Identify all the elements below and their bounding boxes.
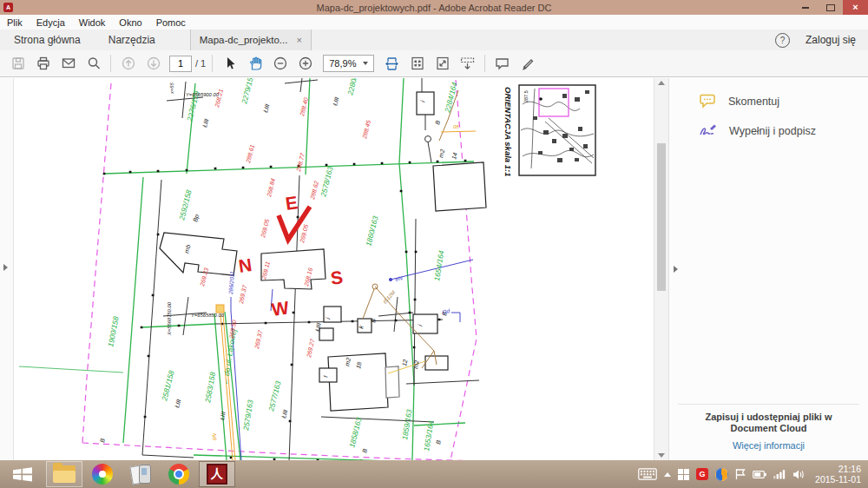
close-icon: × [852,3,858,12]
tools-pane-toggle[interactable] [674,266,678,273]
menu-plik[interactable]: Plik [0,15,30,30]
pdf-page-canvas[interactable]: 2276/1592279/1592280/1592284/1642592/158… [14,78,654,460]
page-number-input[interactable] [169,56,192,72]
help-button[interactable]: ? [775,33,790,48]
fit-width-icon [384,56,400,72]
comment-panel-item[interactable]: Skomentuj [699,92,779,111]
map-label: ŁIII [332,96,339,106]
fit-page-button[interactable] [404,53,430,74]
scroll-down-arrow[interactable] [658,453,665,458]
page-up-icon [121,56,136,71]
clock-time: 21:16 [815,464,861,474]
map-label: 1859/163 [400,408,413,440]
sign-in-button[interactable]: Zaloguj się [806,34,856,46]
map-label: 269.05 [299,224,309,245]
gps-app-taskbar-button[interactable] [122,461,159,487]
minimize-button[interactable] [792,0,818,15]
menu-okno[interactable]: Okno [112,15,148,30]
read-mode-icon [459,56,476,71]
select-tool-button[interactable] [217,53,242,74]
zoom-out-icon [273,56,288,71]
battery-icon[interactable] [753,470,766,479]
color-wheel-icon [92,464,113,485]
previous-page-button[interactable] [115,53,141,74]
network-signal-icon[interactable] [773,469,786,479]
email-button[interactable] [56,53,81,74]
more-info-link[interactable]: Więcej informacji [669,440,868,451]
zoom-in-button[interactable] [293,53,318,74]
windows-tray-icon[interactable] [678,469,689,480]
search-button[interactable] [81,53,106,74]
clock-date: 2015-11-01 [815,474,861,485]
next-page-button[interactable] [141,53,166,74]
chrome-taskbar-button[interactable] [161,461,197,487]
start-button[interactable] [0,460,45,488]
map-label: x=55 [169,82,174,95]
map-label: B [361,448,368,454]
color-app-taskbar-button[interactable] [84,461,121,487]
save-button[interactable] [5,53,30,74]
menu-edycja[interactable]: Edycja [30,15,72,30]
tab-bar: Strona główna Narzędzia Mapa-dc_projekto… [0,30,868,51]
map-label: 1654/164 [432,249,445,281]
show-hidden-icons-button[interactable] [664,472,671,477]
zoom-level-select[interactable]: 78,9% [323,55,374,72]
zoom-out-button[interactable] [267,53,293,74]
antivirus-shield-icon[interactable]: G [696,468,708,480]
menu-widok[interactable]: Widok [72,15,113,30]
map-label: B [99,438,106,443]
fill-sign-panel-item[interactable]: Wypełnij i podpisz [699,122,816,141]
tray-app-icon[interactable] [715,468,728,481]
tab-close-icon[interactable]: × [296,36,301,45]
map-label: ORIENTACJA skala 1:1 [503,87,513,176]
map-label: 288.40 [299,97,309,118]
map-label: 288.77 [295,152,306,174]
vertical-scrollbar[interactable] [654,78,668,460]
zoom-in-icon [298,56,313,71]
scroll-up-arrow[interactable] [658,81,665,85]
actual-size-button[interactable] [430,53,455,74]
email-icon [61,56,76,71]
map-label: 268.84 [266,178,276,199]
comment-bubble-icon [494,56,510,71]
close-button[interactable]: × [843,0,868,15]
file-explorer-taskbar-button[interactable] [46,461,82,487]
map-label: 288.61 [245,144,255,165]
speaker-icon[interactable] [792,469,805,480]
map-label: 2577/163 [266,379,283,412]
tab-tools[interactable]: Narzędzia [95,30,169,50]
acrobat-reader-icon: 人 [207,464,227,485]
pen-tool-button[interactable] [515,53,540,74]
page-down-icon [146,56,161,71]
map-label: 12 [401,359,408,366]
tab-home[interactable]: Strona główna [0,30,95,50]
tab-document-label: Mapa-dc_projekto... [200,35,288,45]
title-bar: A Mapa-dc_projektowych.pdf - Adobe Acrob… [0,0,868,15]
print-button[interactable] [30,53,56,74]
scrolling-mode-button[interactable] [379,53,404,74]
menu-pomoc[interactable]: Pomoc [149,15,193,30]
map-label: 08 [453,124,459,129]
acrobat-taskbar-button[interactable]: 人 [199,461,235,487]
comment-tool-button[interactable] [490,53,515,74]
map-label: B [370,318,377,323]
taskbar-clock[interactable]: 21:16 2015-11-01 [815,464,861,485]
hand-tool-button[interactable] [242,53,267,74]
windows-taskbar: 人 G [0,460,868,488]
map-label: 269.37 [238,284,248,305]
read-mode-button[interactable] [455,53,480,74]
save-icon [10,56,26,71]
scrollbar-thumb[interactable] [657,143,666,291]
nav-pane-toggle[interactable] [3,264,8,271]
keyboard-icon[interactable] [638,468,657,480]
tab-document[interactable]: Mapa-dc_projekto... × [190,30,312,50]
map-label: gN [211,432,217,440]
system-tray: G 21:16 2015-11-01 [638,464,868,485]
action-center-flag-icon[interactable] [735,468,746,480]
toolbar-divider [212,55,213,72]
map-label: N [237,254,253,276]
minimize-icon [802,7,809,9]
maximize-button[interactable] [818,0,843,15]
map-label: ŁIII [201,118,209,128]
pen-icon [520,56,536,71]
